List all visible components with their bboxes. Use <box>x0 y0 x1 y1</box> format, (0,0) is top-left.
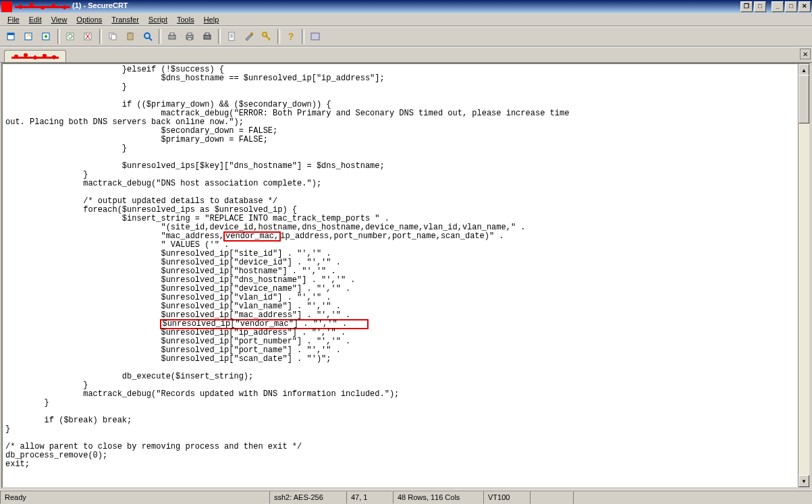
app-icon <box>1 1 12 12</box>
app-window: (1) - SecureCRT ❐ □ _ □ ✕ File Edit View… <box>0 0 812 504</box>
content-area: }elseif (!$success) { $dns_hostname == $… <box>0 62 812 490</box>
settings-icon[interactable] <box>241 28 257 45</box>
svg-rect-15 <box>188 33 192 35</box>
status-spacer2 <box>573 491 812 504</box>
toolbar-separator <box>159 29 161 44</box>
svg-rect-22 <box>311 33 319 40</box>
toolbar-separator <box>277 29 280 44</box>
reconnect-icon[interactable] <box>63 28 79 45</box>
svg-rect-18 <box>205 33 209 35</box>
toolbar-separator <box>302 29 304 44</box>
status-term-type: VT100 <box>483 491 530 504</box>
quick-connect-icon[interactable] <box>21 28 37 45</box>
status-cursor-pos: 47, 1 <box>346 491 393 504</box>
svg-rect-12 <box>169 35 175 39</box>
svg-point-4 <box>45 35 47 38</box>
scroll-track[interactable] <box>799 75 809 476</box>
redacted-icon <box>15 2 70 11</box>
session-tab[interactable] <box>4 50 66 63</box>
svg-rect-10 <box>129 32 132 34</box>
window-title: (1) - SecureCRT <box>15 1 739 11</box>
status-dimensions: 48 Rows, 116 Cols <box>393 491 483 504</box>
status-ready: Ready <box>0 491 269 504</box>
disconnect-icon[interactable] <box>80 28 97 45</box>
menu-tools[interactable]: Tools <box>172 14 199 25</box>
menu-bar: File Edit View Options Transfer Script T… <box>0 13 812 26</box>
log-icon[interactable] <box>223 28 240 45</box>
scroll-thumb[interactable] <box>799 75 809 123</box>
paste-icon[interactable] <box>122 28 138 45</box>
connect-bar-icon[interactable] <box>38 28 55 45</box>
toolbar-separator <box>99 29 102 44</box>
menu-edit[interactable]: Edit <box>24 14 47 25</box>
menu-transfer[interactable]: Transfer <box>107 14 144 25</box>
menu-file[interactable]: File <box>3 14 24 25</box>
toolbar-separator <box>57 29 60 44</box>
status-encryption: ssh2: AES-256 <box>269 491 346 504</box>
toolbar: ? <box>0 26 812 47</box>
redacted-icon <box>11 53 59 61</box>
scroll-down-button[interactable]: ▼ <box>799 475 809 487</box>
close-button[interactable]: ✕ <box>799 1 811 12</box>
svg-rect-8 <box>111 34 116 40</box>
svg-rect-17 <box>204 35 211 39</box>
menu-options[interactable]: Options <box>72 14 107 25</box>
about-icon[interactable] <box>307 28 323 45</box>
svg-rect-9 <box>128 33 133 40</box>
key-icon[interactable] <box>259 28 275 45</box>
terminal-text[interactable]: }elseif (!$success) { $dns_hostname == $… <box>3 64 798 487</box>
session-tab-bar: ✕ <box>0 47 812 62</box>
svg-rect-13 <box>170 33 174 35</box>
menu-view[interactable]: View <box>47 14 72 25</box>
print-screen-icon[interactable] <box>199 28 215 45</box>
minimize-button[interactable]: _ <box>772 1 784 12</box>
new-session-icon[interactable] <box>3 28 20 45</box>
terminal[interactable]: }elseif (!$success) { $dns_hostname == $… <box>1 63 811 488</box>
restore-down-button[interactable]: ❐ <box>740 1 753 12</box>
maximize2-button[interactable]: □ <box>754 1 766 12</box>
title-bar[interactable]: (1) - SecureCRT ❐ □ _ □ ✕ <box>0 0 812 13</box>
status-bar: Ready ssh2: AES-256 47, 1 48 Rows, 116 C… <box>0 490 812 504</box>
svg-point-11 <box>144 33 150 38</box>
toolbar-separator <box>218 29 221 44</box>
print-icon[interactable] <box>182 28 198 45</box>
copy-icon[interactable] <box>105 28 121 45</box>
status-spacer <box>530 491 573 504</box>
menu-script[interactable]: Script <box>144 14 172 25</box>
svg-rect-16 <box>188 38 192 40</box>
find-icon[interactable] <box>140 28 156 45</box>
help-icon[interactable]: ? <box>283 28 299 45</box>
print-setup-icon[interactable] <box>164 28 180 45</box>
svg-text:?: ? <box>288 31 294 42</box>
tab-close-button[interactable]: ✕ <box>800 49 811 59</box>
maximize-button[interactable]: □ <box>785 1 797 12</box>
vertical-scrollbar[interactable]: ▲ ▼ <box>798 64 809 487</box>
menu-help[interactable]: Help <box>199 14 224 25</box>
svg-rect-19 <box>229 32 234 40</box>
svg-rect-1 <box>7 33 14 35</box>
